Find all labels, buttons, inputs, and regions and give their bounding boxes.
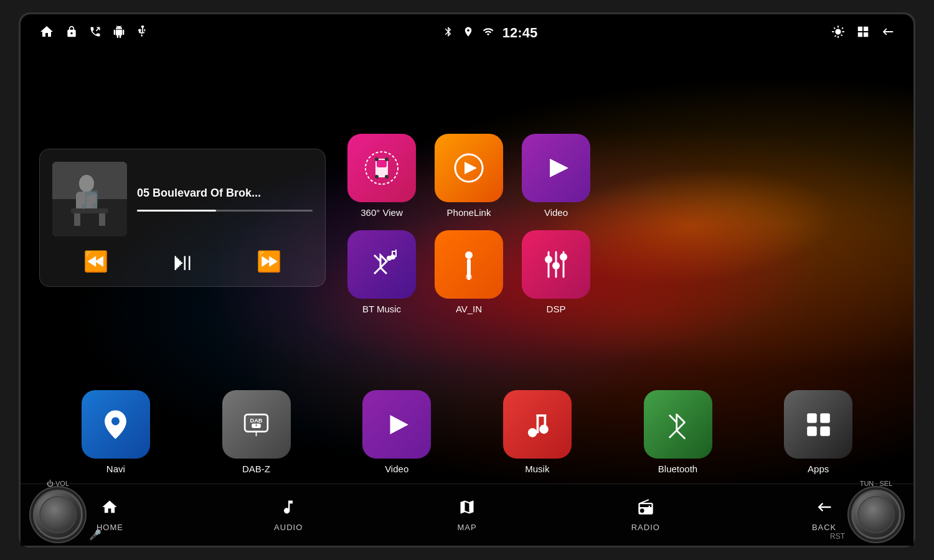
app-navi-label: Navi bbox=[106, 464, 125, 474]
svg-rect-43 bbox=[544, 414, 547, 430]
app-navi[interactable]: Navi bbox=[45, 390, 186, 474]
bottom-nav: ⏻·VOL 🎤 HOME AUDIO bbox=[21, 483, 913, 546]
app-video-top[interactable]: Video bbox=[519, 134, 593, 218]
app-phonelink-label: PhoneLink bbox=[447, 207, 491, 218]
svg-rect-4 bbox=[71, 208, 108, 213]
top-apps-grid: 360° View PhoneLink bbox=[344, 52, 913, 384]
location-status-icon bbox=[463, 26, 474, 40]
rewind-button[interactable]: ⏪ bbox=[83, 251, 108, 271]
app-btmusic[interactable]: BT Music bbox=[344, 230, 419, 314]
nav-map-label: MAP bbox=[457, 523, 476, 532]
app-musik[interactable]: Musik bbox=[467, 390, 608, 474]
music-player: 05 Boulevard Of Brok... ⏪ ⏯ ⏩ bbox=[21, 52, 344, 384]
player-controls: ⏪ ⏯ ⏩ bbox=[52, 249, 313, 274]
svg-rect-25 bbox=[468, 275, 470, 280]
svg-point-11 bbox=[385, 175, 389, 179]
svg-marker-16 bbox=[550, 159, 568, 177]
progress-bar[interactable] bbox=[137, 210, 313, 212]
app-apps-label: Apps bbox=[808, 464, 829, 474]
status-time: 12:45 bbox=[502, 25, 537, 41]
car-stereo-unit: 12:45 bbox=[19, 12, 915, 548]
app-360view[interactable]: 360° View bbox=[344, 134, 419, 218]
nav-radio[interactable]: RADIO bbox=[556, 498, 735, 532]
svg-point-39 bbox=[528, 428, 537, 437]
track-info: 05 Boulevard Of Brok... bbox=[137, 162, 313, 236]
svg-point-29 bbox=[545, 256, 552, 263]
nav-home-icon bbox=[101, 498, 118, 520]
svg-line-44 bbox=[677, 430, 685, 438]
rst-label: RST bbox=[830, 532, 845, 541]
svg-rect-20 bbox=[395, 250, 397, 257]
svg-line-45 bbox=[670, 415, 677, 422]
app-video-top-label: Video bbox=[544, 207, 568, 218]
app-btmusic-label: BT Music bbox=[362, 304, 401, 314]
app-avin-label: AV_IN bbox=[456, 304, 482, 314]
vol-knob-area: ⏻·VOL bbox=[33, 480, 83, 539]
app-video-bottom[interactable]: Video bbox=[326, 390, 467, 474]
svg-point-13 bbox=[385, 157, 389, 161]
svg-line-46 bbox=[670, 430, 677, 437]
tun-knob[interactable] bbox=[851, 490, 901, 539]
svg-rect-1 bbox=[52, 199, 127, 236]
svg-rect-49 bbox=[807, 426, 817, 436]
svg-point-10 bbox=[375, 175, 379, 179]
wifi-status-icon bbox=[483, 26, 494, 40]
multiwindow-icon[interactable] bbox=[856, 25, 870, 42]
nav-audio[interactable]: AUDIO bbox=[199, 498, 378, 532]
microphone-icon: 🎤 bbox=[89, 529, 101, 541]
usb-icon bbox=[136, 26, 149, 41]
nav-radio-label: RADIO bbox=[631, 523, 660, 532]
svg-rect-48 bbox=[820, 413, 830, 423]
phone-missing-icon bbox=[89, 26, 101, 41]
svg-rect-6 bbox=[99, 213, 105, 226]
vol-knob[interactable] bbox=[33, 490, 83, 539]
app-dabz-label: DAB-Z bbox=[242, 464, 270, 474]
tun-knob-area: TUN · SEL bbox=[851, 480, 901, 539]
svg-point-22 bbox=[465, 251, 473, 259]
status-center: 12:45 bbox=[443, 25, 537, 41]
album-art bbox=[52, 162, 127, 236]
track-name: 05 Boulevard Of Brok... bbox=[137, 187, 313, 200]
back-arrow-icon[interactable] bbox=[881, 25, 895, 42]
app-360view-label: 360° View bbox=[361, 207, 402, 218]
player-card: 05 Boulevard Of Brok... ⏪ ⏯ ⏩ bbox=[39, 149, 326, 287]
lock-icon bbox=[65, 26, 78, 41]
nav-back-icon bbox=[816, 498, 833, 520]
svg-marker-38 bbox=[390, 414, 408, 434]
app-bluetooth-label: Bluetooth bbox=[658, 464, 697, 474]
svg-rect-50 bbox=[820, 426, 830, 436]
app-bluetooth[interactable]: Bluetooth bbox=[608, 390, 748, 474]
svg-marker-15 bbox=[465, 162, 477, 174]
svg-point-2 bbox=[79, 175, 94, 192]
app-apps[interactable]: Apps bbox=[748, 390, 889, 474]
svg-rect-9 bbox=[377, 160, 387, 167]
bluetooth-status-icon bbox=[443, 26, 454, 40]
bottom-apps-row: Navi DAB + bbox=[21, 384, 913, 483]
app-dsp[interactable]: DSP bbox=[519, 230, 593, 314]
app-video-bottom-label: Video bbox=[385, 464, 408, 474]
svg-rect-47 bbox=[807, 413, 817, 423]
app-dsp-label: DSP bbox=[547, 304, 566, 314]
svg-rect-41 bbox=[537, 414, 539, 433]
svg-rect-5 bbox=[74, 213, 80, 226]
svg-point-30 bbox=[552, 262, 560, 269]
brightness-icon[interactable] bbox=[831, 25, 845, 42]
status-bar: 12:45 bbox=[21, 14, 913, 52]
svg-point-31 bbox=[560, 253, 567, 261]
svg-rect-21 bbox=[392, 251, 397, 252]
main-screen: 05 Boulevard Of Brok... ⏪ ⏯ ⏩ bbox=[21, 52, 913, 483]
svg-text:+: + bbox=[255, 423, 258, 427]
fast-forward-button[interactable]: ⏩ bbox=[257, 251, 281, 271]
app-musik-label: Musik bbox=[525, 464, 549, 474]
home-icon[interactable] bbox=[39, 24, 54, 42]
app-phonelink[interactable]: PhoneLink bbox=[432, 134, 506, 218]
android-icon bbox=[113, 26, 125, 41]
status-left-icons bbox=[39, 24, 149, 42]
app-avin[interactable]: AV_IN bbox=[432, 230, 506, 314]
nav-back-label: BACK bbox=[812, 523, 836, 532]
nav-map[interactable]: MAP bbox=[378, 498, 557, 532]
progress-fill bbox=[137, 210, 216, 212]
play-pause-button[interactable]: ⏯ bbox=[170, 249, 195, 274]
nav-audio-label: AUDIO bbox=[274, 523, 303, 532]
app-dabz[interactable]: DAB + DAB-Z bbox=[186, 390, 327, 474]
